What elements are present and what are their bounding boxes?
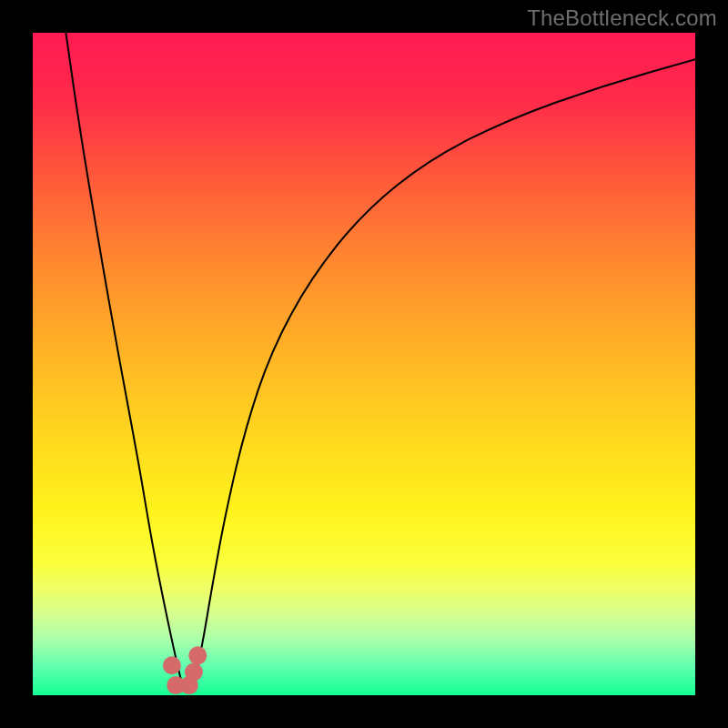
watermark-text: TheBottleneck.com	[527, 5, 717, 31]
highlight-dot	[163, 656, 181, 674]
highlight-dot	[188, 646, 207, 664]
chart-frame: TheBottleneck.com	[0, 0, 728, 728]
plot-area	[33, 33, 695, 695]
highlight-dots	[163, 646, 207, 694]
highlight-dot	[185, 663, 203, 682]
bottleneck-curve	[66, 33, 695, 692]
curve-layer	[33, 33, 695, 695]
